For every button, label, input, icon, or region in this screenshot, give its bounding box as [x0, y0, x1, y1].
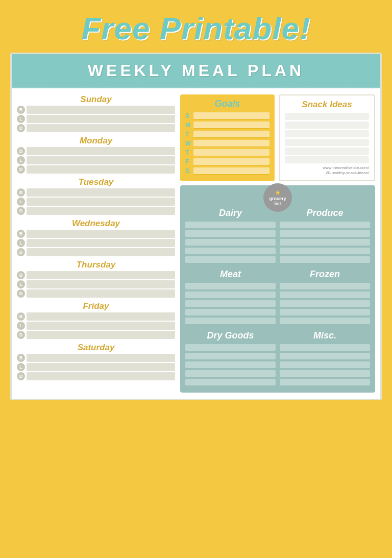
goals-line[interactable] [193, 131, 270, 138]
grocery-line[interactable] [185, 370, 276, 377]
snack-line[interactable] [285, 130, 369, 137]
goals-line[interactable] [193, 112, 270, 119]
grocery-line[interactable] [280, 222, 370, 228]
meal-input-line[interactable] [27, 372, 175, 380]
meal-input-line[interactable] [27, 188, 175, 197]
grocery-section-title-dairy: Dairy [185, 208, 276, 219]
day-label-tuesday: Tuesday [17, 177, 175, 187]
top-right: ★ Goals ★ S M T W T F S Snack Ideas [180, 94, 375, 181]
meal-input-line[interactable] [27, 280, 175, 288]
grocery-line[interactable] [185, 300, 276, 307]
snack-url: www.thecreativebite.com/ 20-healthy-snac… [285, 165, 369, 176]
grocery-line[interactable] [280, 256, 370, 263]
snack-ideas-box: Snack Ideas www.thecreativebite.com/ 20-… [279, 94, 375, 181]
snack-line[interactable] [285, 122, 369, 129]
grocery-line[interactable] [280, 344, 370, 351]
snack-title: Snack Ideas [285, 100, 369, 110]
planner-card: WEEKLY MEAL PLAN Sunday B L D Monday B [10, 53, 382, 400]
snack-line[interactable] [285, 139, 369, 146]
meal-letter-d: D [17, 372, 25, 380]
goals-line[interactable] [193, 158, 270, 165]
meal-input-line[interactable] [27, 322, 175, 330]
meal-input-line[interactable] [27, 312, 175, 321]
meal-input-line[interactable] [27, 207, 175, 215]
meal-letter-l: L [17, 115, 25, 123]
grocery-line[interactable] [280, 292, 370, 298]
grocery-list-box: ★ grocerylist Dairy Pr [180, 185, 375, 393]
goals-line[interactable] [193, 140, 270, 147]
grocery-line[interactable] [185, 222, 276, 228]
meal-input-line[interactable] [27, 198, 175, 206]
grocery-line[interactable] [280, 361, 370, 368]
snack-line[interactable] [285, 156, 369, 163]
meal-row: B [17, 271, 175, 279]
day-label-friday: Friday [17, 301, 175, 311]
meal-input-line[interactable] [27, 106, 175, 114]
meal-row: B [17, 312, 175, 321]
grocery-line[interactable] [185, 256, 276, 263]
grocery-line[interactable] [280, 309, 370, 316]
meal-letter-b: B [17, 312, 25, 321]
grocery-line[interactable] [280, 379, 370, 385]
meal-input-line[interactable] [27, 165, 175, 174]
grocery-line[interactable] [280, 230, 370, 237]
page-title: Free Printable! [81, 10, 310, 46]
grocery-line[interactable] [185, 292, 276, 298]
meal-input-line[interactable] [27, 354, 175, 362]
meal-input-line[interactable] [27, 156, 175, 164]
goals-line[interactable] [193, 167, 270, 175]
grocery-line[interactable] [280, 353, 370, 359]
meal-letter-b: B [17, 106, 25, 114]
grocery-line[interactable] [280, 283, 370, 289]
meal-input-line[interactable] [27, 147, 175, 155]
grocery-line[interactable] [185, 239, 276, 246]
meal-input-line[interactable] [27, 248, 175, 256]
grocery-line[interactable] [185, 318, 276, 324]
snack-line[interactable] [285, 148, 369, 155]
meal-row: D [17, 207, 175, 215]
meal-row: L [17, 239, 175, 247]
grocery-line[interactable] [185, 283, 276, 289]
grocery-line[interactable] [185, 309, 276, 316]
meal-row: D [17, 165, 175, 174]
grocery-line[interactable] [185, 361, 276, 368]
goals-row-s: S [185, 112, 270, 119]
meal-letter-d: D [17, 165, 25, 174]
grocery-line[interactable] [280, 239, 370, 246]
grocery-line[interactable] [280, 370, 370, 377]
meal-input-line[interactable] [27, 230, 175, 238]
grocery-line[interactable] [185, 379, 276, 385]
snack-line[interactable] [285, 113, 369, 120]
day-friday: Friday B L D [17, 301, 175, 339]
meal-row: L [17, 280, 175, 288]
grocery-line[interactable] [185, 230, 276, 237]
grocery-line[interactable] [185, 353, 276, 359]
meal-input-line[interactable] [27, 289, 175, 298]
meal-rows-friday: B L D [17, 312, 175, 339]
meal-input-line[interactable] [27, 124, 175, 132]
grocery-line[interactable] [280, 318, 370, 324]
page-wrapper: Free Printable! WEEKLY MEAL PLAN Sunday … [10, 10, 382, 400]
grocery-line[interactable] [185, 248, 276, 254]
goals-line[interactable] [193, 149, 270, 156]
meal-row: L [17, 363, 175, 371]
meal-input-line[interactable] [27, 363, 175, 371]
meal-input-line[interactable] [27, 115, 175, 123]
grocery-badge-label: grocerylist [269, 197, 286, 207]
meal-input-line[interactable] [27, 271, 175, 279]
goals-line[interactable] [193, 122, 270, 129]
snack-url-line1: www.thecreativebite.com/ [323, 165, 369, 170]
meal-row: B [17, 106, 175, 114]
meal-input-line[interactable] [27, 239, 175, 247]
meal-row: B [17, 147, 175, 155]
meal-input-line[interactable] [27, 331, 175, 339]
meal-letter-b: B [17, 354, 25, 362]
meal-letter-b: B [17, 230, 25, 238]
meal-rows-thursday: B L D [17, 271, 175, 298]
grocery-line[interactable] [280, 300, 370, 307]
meal-row: L [17, 322, 175, 330]
day-label-wednesday: Wednesday [17, 219, 175, 229]
grocery-line[interactable] [185, 344, 276, 351]
goals-day-t1: T [185, 131, 191, 138]
grocery-line[interactable] [280, 248, 370, 254]
